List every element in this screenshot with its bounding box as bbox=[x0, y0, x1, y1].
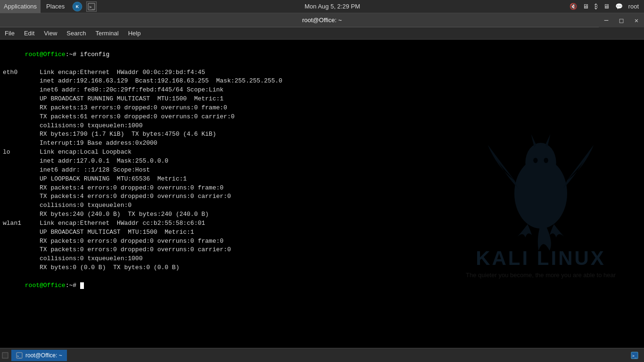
menu-help[interactable]: Help bbox=[124, 27, 146, 40]
terminal-output-line: inet6 addr: fe80::20c:29ff:febd:f445/64 … bbox=[3, 86, 641, 95]
terminal-output-line: RX packets:4 errors:0 dropped:0 overruns… bbox=[3, 184, 641, 193]
terminal-output-line: TX packets:61 errors:0 dropped:0 overrun… bbox=[3, 113, 641, 122]
taskbar-terminal-icon: >_ bbox=[16, 352, 23, 359]
terminal-output-line: UP BROADCAST MULTICAST MTU:1500 Metric:1 bbox=[3, 228, 641, 237]
menu-view[interactable]: View bbox=[39, 27, 62, 40]
volume-icon[interactable]: 🔇 bbox=[568, 3, 578, 10]
maximize-button[interactable]: □ bbox=[614, 13, 629, 27]
taskbar-terminal-svg: >_ bbox=[631, 352, 638, 359]
terminal-output-line: RX bytes:1790 (1.7 KiB) TX bytes:4750 (4… bbox=[3, 130, 641, 139]
menu-edit[interactable]: Edit bbox=[19, 27, 39, 40]
close-button[interactable]: ✕ bbox=[629, 13, 644, 27]
taskbar-terminal-item[interactable]: >_ root@Office: ~ bbox=[11, 350, 67, 361]
kali-logo-icon: K bbox=[72, 1, 83, 12]
terminal-window: root@Office: ~ ─ □ ✕ File Edit View Sear… bbox=[0, 13, 644, 362]
svg-text:>_: >_ bbox=[89, 5, 94, 9]
user-label: root bbox=[627, 3, 640, 10]
svg-text:K: K bbox=[76, 4, 79, 9]
terminal-launcher-icon[interactable]: >_ bbox=[86, 1, 97, 12]
menu-search[interactable]: Search bbox=[62, 27, 91, 40]
terminal-output-line: RX packets:0 errors:0 dropped:0 overruns… bbox=[3, 237, 641, 246]
menu-bar: File Edit View Search Terminal Help bbox=[0, 27, 644, 40]
taskbar-left bbox=[0, 352, 9, 359]
terminal-line-prompt2: root@Office:~# bbox=[3, 272, 641, 299]
terminal-output-line: collisions:0 txqueuelen:0 bbox=[3, 201, 641, 210]
window-controls: ─ □ ✕ bbox=[599, 13, 644, 27]
terminal-output-line: UP BROADCAST RUNNING MULTICAST MTU:1500 … bbox=[3, 95, 641, 104]
terminal-line-prompt1: root@Office:~# ifconfig bbox=[3, 41, 641, 68]
svg-rect-10 bbox=[2, 353, 8, 358]
window-title: root@Office: ~ bbox=[302, 16, 342, 24]
svg-text:>_: >_ bbox=[632, 354, 637, 358]
terminal-output-line: lo Link encap:Local Loopback bbox=[3, 148, 641, 157]
terminal-output-line: RX bytes:0 (0.0 B) TX bytes:0 (0.0 B) bbox=[3, 263, 641, 272]
topbar-clock: Mon Aug 5, 2:29 PM bbox=[305, 3, 360, 10]
menu-file[interactable]: File bbox=[0, 27, 19, 40]
terminal-output-line: eth0 Link encap:Ethernet HWaddr 00:0c:29… bbox=[3, 68, 641, 77]
terminal-output-line: Interrupt:19 Base address:0x2000 bbox=[3, 139, 641, 148]
svg-text:>_: >_ bbox=[17, 354, 21, 358]
taskbar-left-icon bbox=[2, 352, 8, 359]
prompt-sep1: :~# ifconfig bbox=[66, 51, 110, 58]
system-topbar: Applications Places K >_ Mon Aug 5, 2:29… bbox=[0, 0, 644, 13]
terminal-output-line: RX bytes:240 (240.0 B) TX bytes:240 (240… bbox=[3, 210, 641, 219]
terminal-output-line: inet addr:127.0.0.1 Mask:255.0.0.0 bbox=[3, 157, 641, 166]
terminal-output-line: inet addr:192.168.63.129 Bcast:192.168.6… bbox=[3, 77, 641, 86]
prompt-sep2: :~# bbox=[66, 282, 80, 289]
minimize-button[interactable]: ─ bbox=[599, 13, 614, 27]
display-icon[interactable]: 🖥 bbox=[602, 3, 611, 10]
terminal-output-line: wlan1 Link encap:Ethernet HWaddr cc:b2:5… bbox=[3, 219, 641, 228]
places-menu[interactable]: Places bbox=[42, 0, 68, 13]
taskbar: >_ root@Office: ~ >_ bbox=[0, 348, 644, 362]
taskbar-terminal-icon2[interactable]: >_ bbox=[629, 350, 640, 361]
taskbar-item-label: root@Office: ~ bbox=[25, 352, 62, 359]
terminal-output-lines: eth0 Link encap:Ethernet HWaddr 00:0c:29… bbox=[3, 68, 641, 272]
terminal-output-line: TX packets:0 errors:0 dropped:0 overruns… bbox=[3, 246, 641, 255]
terminal-output[interactable]: KALI LINUX The quieter you become, the m… bbox=[0, 40, 644, 362]
prompt-user2: root@Office bbox=[25, 282, 66, 289]
terminal-output-line: inet6 addr: ::1/128 Scope:Host bbox=[3, 166, 641, 175]
cursor bbox=[80, 282, 84, 289]
taskbar-right: >_ bbox=[629, 350, 644, 361]
terminal-output-line: UP LOOPBACK RUNNING MTU:65536 Metric:1 bbox=[3, 175, 641, 184]
window-titlebar: root@Office: ~ ─ □ ✕ bbox=[0, 13, 644, 27]
menu-terminal[interactable]: Terminal bbox=[91, 27, 124, 40]
terminal-output-line: RX packets:13 errors:0 dropped:0 overrun… bbox=[3, 104, 641, 113]
terminal-output-line: TX packets:4 errors:0 dropped:0 overruns… bbox=[3, 192, 641, 201]
topbar-right: 🔇 🖥 ₿ 🖥 💬 root bbox=[568, 3, 644, 10]
terminal-output-line: collisions:0 txqueuelen:1000 bbox=[3, 122, 641, 131]
topbar-left: Applications Places K >_ bbox=[0, 0, 97, 13]
prompt-user1: root@Office bbox=[25, 51, 66, 58]
applications-menu[interactable]: Applications bbox=[0, 0, 41, 13]
network-icon[interactable]: 🖥 bbox=[581, 3, 590, 10]
bluetooth-icon[interactable]: ₿ bbox=[593, 3, 599, 10]
chat-icon[interactable]: 💬 bbox=[614, 3, 624, 10]
terminal-output-line: collisions:0 txqueuelen:1000 bbox=[3, 255, 641, 263]
